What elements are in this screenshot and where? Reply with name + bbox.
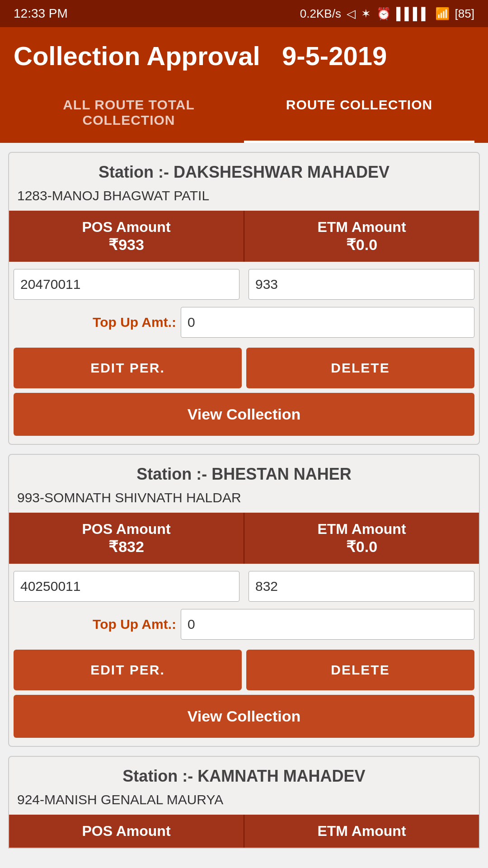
action-btn-row-2: EDIT PER. DELETE	[14, 650, 474, 690]
amount-input-1[interactable]	[249, 269, 474, 300]
location-icon: ◁	[347, 7, 356, 21]
input-row-2	[9, 564, 479, 602]
agent-name-1: 1283-MANOJ BHAGWAT PATIL	[9, 186, 479, 211]
amount-input-2[interactable]	[249, 571, 474, 602]
topup-label-1: Top Up Amt.:	[14, 315, 176, 330]
topup-input-2[interactable]	[181, 609, 474, 640]
status-time: 12:33 PM	[14, 6, 68, 21]
etm-amount-cell-3: ETM Amount	[244, 815, 479, 848]
station-title-1: Station :- DAKSHESHWAR MAHADEV	[9, 153, 479, 186]
amount-row-3: POS Amount ETM Amount	[9, 815, 479, 848]
edit-per-button-1[interactable]: EDIT PER.	[14, 348, 242, 388]
tab-all-route[interactable]: ALL ROUTE TOTAL COLLECTION	[14, 85, 244, 143]
amount-row-1: POS Amount ₹933 ETM Amount ₹0.0	[9, 211, 479, 262]
etm-amount-cell-2: ETM Amount ₹0.0	[244, 513, 479, 564]
wifi-icon: 📶	[435, 7, 450, 21]
code-input-2[interactable]	[14, 571, 239, 602]
view-collection-button-1[interactable]: View Collection	[14, 393, 474, 436]
tab-route-collection[interactable]: ROUTE COLLECTION	[244, 85, 474, 143]
topup-label-2: Top Up Amt.:	[14, 617, 176, 632]
agent-name-2: 993-SOMNATH SHIVNATH HALDAR	[9, 488, 479, 513]
battery-icon: [85]	[455, 7, 474, 21]
station-card-1: Station :- DAKSHESHWAR MAHADEV 1283-MANO…	[8, 152, 480, 445]
station-card-2: Station :- BHESTAN NAHER 993-SOMNATH SHI…	[8, 454, 480, 747]
pos-amount-cell-2: POS Amount ₹832	[9, 513, 244, 564]
signal-icon: ▌▌▌▌	[396, 7, 430, 21]
station-title-2: Station :- BHESTAN NAHER	[9, 455, 479, 488]
view-collection-button-2[interactable]: View Collection	[14, 695, 474, 738]
bluetooth-icon: ✶	[361, 7, 371, 21]
alarm-icon: ⏰	[376, 7, 391, 21]
content-area: Station :- DAKSHESHWAR MAHADEV 1283-MANO…	[0, 143, 488, 858]
topup-row-1: Top Up Amt.:	[9, 300, 479, 340]
status-icons: 0.2KB/s ◁ ✶ ⏰ ▌▌▌▌ 📶 [85]	[300, 7, 474, 21]
status-bar: 12:33 PM 0.2KB/s ◁ ✶ ⏰ ▌▌▌▌ 📶 [85]	[0, 0, 488, 27]
tab-bar: ALL ROUTE TOTAL COLLECTION ROUTE COLLECT…	[14, 85, 474, 143]
network-speed: 0.2KB/s	[300, 7, 341, 21]
delete-button-1[interactable]: DELETE	[246, 348, 474, 388]
input-row-1	[9, 262, 479, 300]
pos-amount-cell-3: POS Amount	[9, 815, 244, 848]
station-card-3: Station :- KAMNATH MAHADEV 924-MANISH GE…	[8, 756, 480, 849]
code-input-1[interactable]	[14, 269, 239, 300]
page-title: Collection Approval 9-5-2019	[14, 41, 474, 85]
edit-per-button-2[interactable]: EDIT PER.	[14, 650, 242, 690]
amount-row-2: POS Amount ₹832 ETM Amount ₹0.0	[9, 513, 479, 564]
topup-row-2: Top Up Amt.:	[9, 602, 479, 642]
action-btn-row-1: EDIT PER. DELETE	[14, 348, 474, 388]
agent-name-3: 924-MANISH GENALAL MAURYA	[9, 790, 479, 815]
delete-button-2[interactable]: DELETE	[246, 650, 474, 690]
station-title-3: Station :- KAMNATH MAHADEV	[9, 757, 479, 790]
topup-input-1[interactable]	[181, 307, 474, 338]
header: Collection Approval 9-5-2019 ALL ROUTE T…	[0, 27, 488, 143]
etm-amount-cell-1: ETM Amount ₹0.0	[244, 211, 479, 262]
pos-amount-cell-1: POS Amount ₹933	[9, 211, 244, 262]
